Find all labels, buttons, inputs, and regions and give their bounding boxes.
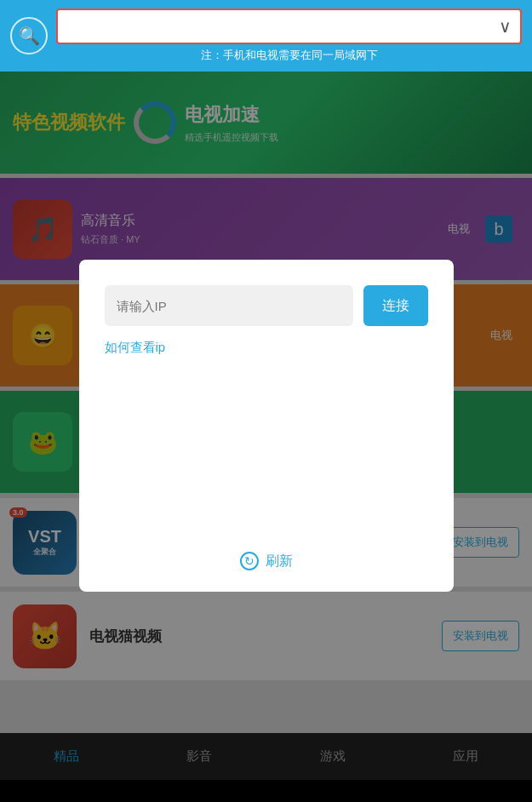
search-icon: 🔍 xyxy=(19,26,40,46)
refresh-icon: ↻ xyxy=(240,552,259,570)
ip-input[interactable] xyxy=(105,285,353,326)
refresh-label: 刷新 xyxy=(266,553,293,570)
chevron-down-icon: ∨ xyxy=(499,16,512,37)
refresh-row[interactable]: ↻ 刷新 xyxy=(105,552,428,570)
dialog-input-row: 连接 xyxy=(105,285,428,326)
dialog-overlay: 连接 如何查看ip ↻ 刷新 xyxy=(0,72,532,780)
connect-button[interactable]: 连接 xyxy=(363,285,428,326)
header-right: ∨ 注：手机和电视需要在同一局域网下 xyxy=(56,9,522,63)
header: 🔍 ∨ 注：手机和电视需要在同一局域网下 xyxy=(0,0,532,72)
connect-dialog: 连接 如何查看ip ↻ 刷新 xyxy=(79,260,454,592)
main-content: 特色视频软件 电视加速 精选手机遥控视频下载 🎵 高清音乐 钻石音质 · MY … xyxy=(0,72,532,780)
device-dropdown[interactable]: ∨ xyxy=(56,9,522,44)
dialog-empty-area xyxy=(105,381,428,552)
header-note: 注：手机和电视需要在同一局域网下 xyxy=(56,48,522,63)
search-button[interactable]: 🔍 xyxy=(10,17,48,54)
how-to-see-ip-link[interactable]: 如何查看ip xyxy=(105,340,428,356)
